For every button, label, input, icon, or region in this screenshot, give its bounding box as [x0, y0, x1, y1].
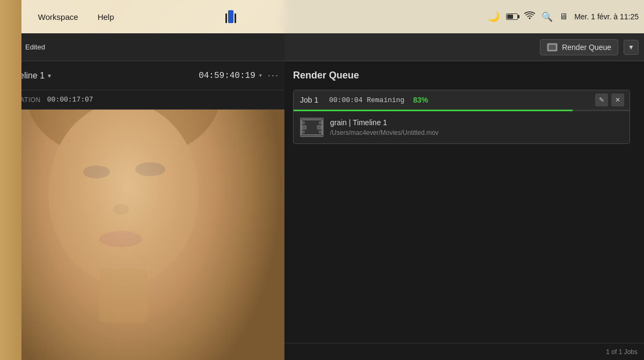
job-card: Job 1 00:00:04 Remaining 83% ✎ ✕: [293, 90, 630, 144]
svg-rect-2: [99, 269, 148, 322]
svg-rect-17: [306, 121, 318, 134]
battery-icon: [506, 13, 518, 20]
timeline-header: rain | Edited: [0, 33, 284, 61]
menubar-item-workspace[interactable]: Workspace: [34, 10, 83, 24]
film-icon: [300, 118, 324, 137]
duration-value: 00:00:17:07: [47, 96, 93, 104]
wifi-icon: [524, 11, 535, 22]
bottom-status-bar: 1 of 1 Jobs: [284, 343, 644, 360]
svg-rect-12: [302, 126, 305, 129]
job-file-name: grain | Timeline 1: [330, 118, 438, 127]
svg-point-7: [529, 18, 531, 19]
timecode-value: 04:59:40:19: [199, 71, 255, 81]
menubar: ght Workspace Help 🌙: [0, 0, 644, 33]
job-id: Job 1: [300, 96, 318, 104]
timeline-name-chevron: ▾: [48, 72, 51, 80]
job-file-info: grain | Timeline 1 /Users/mac4ever/Movie…: [330, 118, 438, 136]
svg-rect-11: [302, 121, 305, 124]
svg-rect-9: [549, 45, 555, 49]
svg-point-3: [83, 165, 110, 178]
jobs-count-status: 1 of 1 Jobs: [606, 348, 638, 356]
timeline-more-button[interactable]: ···: [268, 70, 279, 81]
chevron-down-icon: ▼: [628, 44, 634, 51]
display-icon: 🖥: [559, 12, 568, 21]
laptop-bezel-left: [0, 0, 21, 360]
menubar-right: 🌙 🔍 🖥 Mer. 1 févr. à 11:25: [488, 11, 639, 23]
svg-rect-14: [319, 121, 321, 124]
render-queue-panel: Render Queue Job 1 00:00:04 Remaining 83…: [284, 61, 639, 287]
render-queue-label: Render Queue: [562, 43, 611, 52]
menubar-datetime: Mer. 1 févr. à 11:25: [574, 12, 639, 21]
search-icon[interactable]: 🔍: [541, 11, 553, 23]
render-queue-title: Render Queue: [293, 70, 630, 81]
svg-rect-16: [319, 131, 321, 133]
svg-point-4: [135, 162, 165, 176]
render-queue-icon: [547, 43, 558, 52]
duration-row: DURATION 00:00:17:07: [0, 90, 284, 110]
job-file-path: /Users/mac4ever/Movies/Untitled.mov: [330, 129, 438, 136]
job-header: Job 1 00:00:04 Remaining 83% ✎ ✕: [294, 90, 630, 110]
svg-rect-13: [302, 131, 305, 133]
moon-icon: 🌙: [488, 11, 500, 23]
timeline-name-row: Timeline 1 ▾ 04:59:40:19 ▾ ···: [0, 61, 284, 90]
resolve-toolbar: Render Queue ▼: [284, 33, 644, 61]
breadcrumb-current: Edited: [25, 43, 45, 51]
job-remaining: 00:00:04 Remaining: [329, 96, 404, 104]
svg-point-5: [113, 204, 129, 215]
render-queue-button[interactable]: Render Queue: [540, 39, 618, 55]
job-percent: 83%: [413, 96, 428, 104]
menubar-item-help[interactable]: Help: [93, 10, 119, 24]
svg-point-6: [99, 231, 142, 247]
job-close-button[interactable]: ✕: [611, 93, 624, 106]
job-file: grain | Timeline 1 /Users/mac4ever/Movie…: [294, 111, 630, 143]
timeline-timecode: 04:59:40:19 ▾: [199, 71, 262, 81]
timecode-dropdown-icon[interactable]: ▾: [259, 71, 262, 80]
job-actions: ✎ ✕: [595, 93, 624, 106]
render-queue-dropdown[interactable]: ▼: [624, 40, 639, 55]
job-edit-button[interactable]: ✎: [595, 93, 608, 106]
svg-rect-15: [319, 126, 321, 129]
svg-point-1: [48, 102, 199, 285]
